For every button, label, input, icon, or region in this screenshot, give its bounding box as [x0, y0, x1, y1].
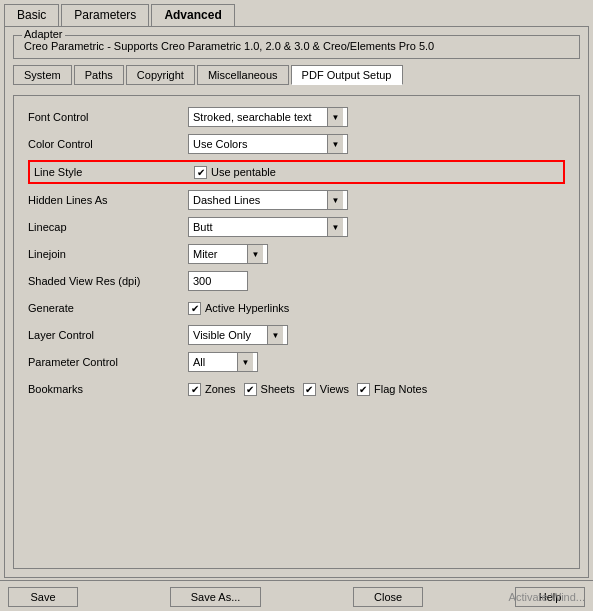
save-as-button[interactable]: Save As... — [170, 587, 262, 607]
layer-control-label: Layer Control — [28, 329, 188, 341]
parameter-control-label: Parameter Control — [28, 356, 188, 368]
views-container: ✔ Views — [303, 383, 349, 396]
main-window: Basic Parameters Advanced Adapter Creo P… — [0, 0, 593, 611]
line-style-row: Line Style ✔ Use pentable — [28, 160, 565, 184]
shaded-view-res-input[interactable] — [188, 271, 248, 291]
color-control-select[interactable]: Use Colors ▼ — [188, 134, 348, 154]
zones-checkbox[interactable]: ✔ — [188, 383, 201, 396]
hidden-lines-row: Hidden Lines As Dashed Lines ▼ — [28, 189, 565, 211]
hidden-lines-arrow[interactable]: ▼ — [327, 191, 343, 209]
linecap-value: Butt — [193, 221, 323, 233]
linejoin-value: Miter — [193, 248, 243, 260]
parameter-control-control: All ▼ — [188, 352, 258, 372]
active-hyperlinks-label: Active Hyperlinks — [205, 302, 289, 314]
line-style-control: ✔ Use pentable — [194, 166, 276, 179]
flag-notes-container: ✔ Flag Notes — [357, 383, 427, 396]
zones-container: ✔ Zones — [188, 383, 236, 396]
save-button[interactable]: Save — [8, 587, 78, 607]
bookmarks-label: Bookmarks — [28, 383, 188, 395]
bookmarks-control: ✔ Zones ✔ Sheets ✔ Views ✔ Flag Notes — [188, 383, 427, 396]
font-control-value: Stroked, searchable text — [193, 111, 323, 123]
bottom-button-bar: Save Save As... Close Help — [0, 580, 593, 611]
linejoin-arrow[interactable]: ▼ — [247, 245, 263, 263]
parameter-control-arrow[interactable]: ▼ — [237, 353, 253, 371]
sheets-container: ✔ Sheets — [244, 383, 295, 396]
flag-notes-label: Flag Notes — [374, 383, 427, 395]
use-pentable-label: Use pentable — [211, 166, 276, 178]
linecap-control: Butt ▼ — [188, 217, 348, 237]
linejoin-select[interactable]: Miter ▼ — [188, 244, 268, 264]
tab-pdf-output-setup[interactable]: PDF Output Setup — [291, 65, 403, 85]
color-control-arrow[interactable]: ▼ — [327, 135, 343, 153]
sheets-label: Sheets — [261, 383, 295, 395]
font-control-select[interactable]: Stroked, searchable text ▼ — [188, 107, 348, 127]
views-label: Views — [320, 383, 349, 395]
linejoin-row: Linejoin Miter ▼ — [28, 243, 565, 265]
views-checkbox[interactable]: ✔ — [303, 383, 316, 396]
layer-control-select[interactable]: Visible Only ▼ — [188, 325, 288, 345]
hidden-lines-select[interactable]: Dashed Lines ▼ — [188, 190, 348, 210]
layer-control-row: Layer Control Visible Only ▼ — [28, 324, 565, 346]
font-control-arrow[interactable]: ▼ — [327, 108, 343, 126]
adapter-text: Creo Parametric - Supports Creo Parametr… — [20, 38, 573, 54]
flag-notes-checkbox[interactable]: ✔ — [357, 383, 370, 396]
top-tab-bar: Basic Parameters Advanced — [0, 0, 593, 26]
hidden-lines-value: Dashed Lines — [193, 194, 323, 206]
hidden-lines-label: Hidden Lines As — [28, 194, 188, 206]
use-pentable-container: ✔ Use pentable — [194, 166, 276, 179]
line-style-label: Line Style — [34, 166, 194, 178]
pdf-settings-panel: Font Control Stroked, searchable text ▼ … — [13, 95, 580, 569]
generate-label: Generate — [28, 302, 188, 314]
font-control-label: Font Control — [28, 111, 188, 123]
tab-copyright[interactable]: Copyright — [126, 65, 195, 85]
layer-control-arrow[interactable]: ▼ — [267, 326, 283, 344]
parameter-control-value: All — [193, 356, 233, 368]
active-hyperlinks-checkbox[interactable]: ✔ — [188, 302, 201, 315]
color-control-control: Use Colors ▼ — [188, 134, 348, 154]
color-control-row: Color Control Use Colors ▼ — [28, 133, 565, 155]
tab-parameters[interactable]: Parameters — [61, 4, 149, 26]
generate-row: Generate ✔ Active Hyperlinks — [28, 297, 565, 319]
tab-paths[interactable]: Paths — [74, 65, 124, 85]
tab-miscellaneous[interactable]: Miscellaneous — [197, 65, 289, 85]
shaded-view-res-control — [188, 271, 248, 291]
linejoin-label: Linejoin — [28, 248, 188, 260]
sheets-checkbox[interactable]: ✔ — [244, 383, 257, 396]
shaded-view-res-label: Shaded View Res (dpi) — [28, 275, 188, 287]
color-control-value: Use Colors — [193, 138, 323, 150]
use-pentable-checkbox[interactable]: ✔ — [194, 166, 207, 179]
bookmarks-row: Bookmarks ✔ Zones ✔ Sheets ✔ Views — [28, 378, 565, 400]
adapter-group: Adapter Creo Parametric - Supports Creo … — [13, 35, 580, 59]
watermark: Activate Wind... — [509, 591, 585, 603]
linejoin-control: Miter ▼ — [188, 244, 268, 264]
linecap-arrow[interactable]: ▼ — [327, 218, 343, 236]
hidden-lines-control: Dashed Lines ▼ — [188, 190, 348, 210]
close-button[interactable]: Close — [353, 587, 423, 607]
adapter-legend: Adapter — [22, 28, 65, 40]
font-control-row: Font Control Stroked, searchable text ▼ — [28, 106, 565, 128]
layer-control-control: Visible Only ▼ — [188, 325, 288, 345]
layer-control-value: Visible Only — [193, 329, 263, 341]
parameter-control-select[interactable]: All ▼ — [188, 352, 258, 372]
zones-label: Zones — [205, 383, 236, 395]
tab-system[interactable]: System — [13, 65, 72, 85]
color-control-label: Color Control — [28, 138, 188, 150]
tab-basic[interactable]: Basic — [4, 4, 59, 26]
font-control-control: Stroked, searchable text ▼ — [188, 107, 348, 127]
generate-control: ✔ Active Hyperlinks — [188, 302, 289, 315]
tab-advanced[interactable]: Advanced — [151, 4, 234, 26]
parameter-control-row: Parameter Control All ▼ — [28, 351, 565, 373]
sub-tab-bar: System Paths Copyright Miscellaneous PDF… — [13, 65, 580, 85]
linecap-select[interactable]: Butt ▼ — [188, 217, 348, 237]
linecap-label: Linecap — [28, 221, 188, 233]
active-hyperlinks-container: ✔ Active Hyperlinks — [188, 302, 289, 315]
linecap-row: Linecap Butt ▼ — [28, 216, 565, 238]
shaded-view-res-row: Shaded View Res (dpi) — [28, 270, 565, 292]
main-content-area: Adapter Creo Parametric - Supports Creo … — [4, 26, 589, 578]
